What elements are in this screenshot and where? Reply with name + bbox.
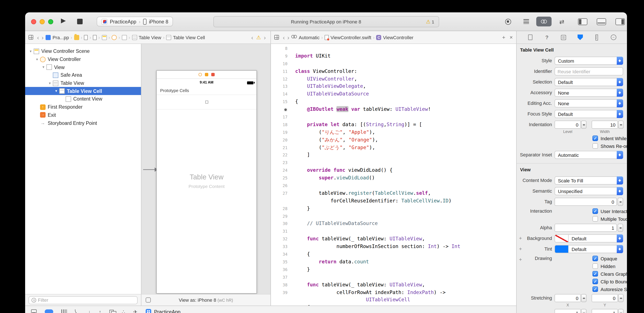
stepper-buttons[interactable] — [581, 294, 586, 302]
stepper-buttons[interactable] — [618, 294, 624, 302]
code-line[interactable]: 40 { — [271, 304, 516, 305]
breadcrumb-item-pra-pp[interactable]: Pra...pp — [46, 35, 69, 40]
device-pill-button[interactable] — [45, 309, 53, 313]
source-editor[interactable]: 89import UIKit1011class ViewController:1… — [270, 44, 516, 305]
file-inspector-tab[interactable] — [526, 33, 535, 42]
code-line[interactable]: UITableViewCell — [271, 296, 516, 304]
breadcrumb-item-table-view-cell[interactable]: Table View Cell — [166, 35, 205, 40]
table-view-cell-canvas[interactable] — [157, 95, 256, 110]
back-button[interactable]: ‹ — [283, 34, 285, 40]
popup-control[interactable]: Automatic — [554, 151, 623, 159]
code-line[interactable]: 22 ] — [271, 151, 516, 159]
color-swatch[interactable] — [555, 245, 568, 253]
stepper-field[interactable]: 0 — [554, 294, 581, 302]
popup-control[interactable]: Default — [554, 78, 623, 86]
popup-control[interactable]: None — [554, 89, 623, 97]
back-button[interactable]: ‹ — [37, 34, 39, 40]
stop-button[interactable] — [77, 19, 83, 24]
stepper-buttons[interactable] — [618, 198, 623, 206]
checkbox-opaque[interactable]: ✓ — [592, 256, 598, 261]
checkbox-shows-re-order-controls[interactable] — [592, 143, 598, 149]
popup-control[interactable]: Default — [554, 110, 623, 118]
popup-control[interactable]: Unspecified — [554, 187, 623, 195]
stepper-field[interactable]: 1 — [554, 309, 581, 313]
popup-control[interactable]: Default — [554, 234, 623, 242]
code-line[interactable]: 27 tableView.register(TableCellView.self… — [271, 190, 516, 197]
connections-button[interactable]: ∴ — [122, 309, 125, 313]
stepper-buttons[interactable] — [618, 309, 624, 313]
code-line[interactable]: 30 // UITableViewDataSource — [271, 220, 516, 228]
code-line[interactable]: 8 — [271, 45, 516, 52]
close-assistant-editor-button[interactable]: × — [510, 34, 513, 41]
warning-badge[interactable]: ⚠ 1 — [426, 19, 434, 24]
stepper-field[interactable]: 0 — [554, 121, 581, 129]
checkbox-indent-while-editing[interactable]: ✓ — [592, 136, 598, 141]
outline-row-view-controller-scene[interactable]: ▼View Controller Scene — [25, 47, 141, 55]
code-line[interactable]: 17 — [271, 113, 516, 121]
library-button[interactable] — [503, 17, 513, 27]
checkbox-clears-graphics-context[interactable]: ✓ — [592, 271, 598, 276]
breadcrumb-item-doc[interactable] — [93, 35, 97, 40]
breadcrumb-item-scene[interactable] — [102, 35, 107, 40]
popup-control[interactable]: Default — [554, 245, 623, 253]
disclosure-triangle-icon[interactable]: ▼ — [28, 50, 34, 53]
identity-inspector-tab[interactable] — [559, 33, 568, 42]
code-line[interactable]: 13 UITableViewDelegate, — [271, 83, 516, 91]
stepper-buttons[interactable] — [618, 121, 624, 129]
close-window-button[interactable] — [31, 19, 36, 24]
toggle-debug-area-button[interactable] — [596, 17, 607, 27]
push-up-button[interactable]: ↑ — [99, 309, 101, 313]
color-swatch[interactable] — [555, 235, 568, 242]
outlet-connection-icon[interactable] — [284, 108, 288, 111]
attributes-inspector-tab[interactable] — [576, 33, 585, 42]
outline-row-exit[interactable]: →Exit — [25, 111, 141, 119]
toggle-navigator-button[interactable] — [577, 17, 588, 27]
code-line[interactable]: 36 } — [271, 266, 516, 273]
filter-input[interactable] — [38, 297, 134, 302]
code-line[interactable]: 29 — [271, 212, 516, 220]
breadcrumb-item-folder[interactable] — [74, 35, 79, 40]
code-line[interactable]: 23 — [271, 159, 516, 167]
code-line[interactable]: forCellReuseIdentifier: TableCellView.ID… — [271, 197, 516, 205]
code-line[interactable]: @IBOutlet weak var tableView: UITableVie… — [271, 106, 516, 113]
code-line[interactable]: 38 func tableView(_ tableView: UITableVi… — [271, 281, 516, 289]
breadcrumb-item-doc[interactable] — [84, 35, 88, 40]
connections-inspector-tab[interactable]: → — [609, 33, 618, 42]
stepper-field[interactable]: 1 — [592, 309, 618, 313]
toggle-inspectors-button[interactable] — [614, 17, 626, 27]
code-line[interactable]: 32 func tableView(_ tableView: UITableVi… — [271, 235, 516, 243]
columns-button[interactable] — [61, 309, 67, 313]
scheme-selector[interactable]: PracticeApp › iPhone 8 — [97, 17, 173, 27]
assistant-editor-button[interactable] — [536, 17, 552, 27]
pull-down-button[interactable]: ↓ — [88, 309, 91, 313]
scene-view-controller-icon[interactable] — [198, 73, 202, 76]
outline-row-first-responder[interactable]: ↑First Responder — [25, 103, 141, 111]
send-button[interactable]: ✈ — [133, 309, 137, 313]
code-line[interactable]: 34 { — [271, 250, 516, 258]
checkbox-hidden[interactable] — [592, 263, 598, 269]
version-editor-button[interactable]: ⇄ — [554, 17, 570, 27]
outline-row-table-view-cell[interactable]: ▼Table View Cell — [25, 87, 141, 95]
code-line[interactable]: 19 ("りんご", "Apple"), — [271, 129, 516, 136]
code-line[interactable]: 35 return data.count — [271, 258, 516, 266]
stepper-field[interactable]: 10 — [592, 121, 618, 129]
code-line[interactable]: 39 cellForRowAt indexPath: IndexPath) -> — [271, 289, 516, 296]
code-line[interactable]: 21 ("ぶどう", "Grape"), — [271, 144, 516, 151]
breadcrumb-item-viewcontroller[interactable]: CViewController — [376, 35, 414, 40]
run-button[interactable]: ▶ — [61, 17, 66, 24]
related-items-icon[interactable] — [274, 35, 279, 40]
code-line[interactable]: 14 UITableViewDataSource — [271, 91, 516, 98]
hierarchy-button[interactable] — [75, 309, 80, 313]
scene-first-responder-icon[interactable] — [205, 73, 208, 76]
code-line[interactable]: 18 private let data: [(String,String)] =… — [271, 121, 516, 129]
code-line[interactable]: 25 super.viewDidLoad() — [271, 174, 516, 182]
code-line[interactable]: 33 numberOfRowsInSection section: Int) -… — [271, 243, 516, 250]
disclosure-triangle-icon[interactable]: ▼ — [53, 89, 59, 93]
stepper-field[interactable]: 0 — [592, 294, 618, 302]
stepper-field[interactable]: 1 — [554, 224, 617, 232]
minimize-window-button[interactable] — [40, 19, 45, 24]
windows-button[interactable] — [110, 309, 114, 313]
view-controller-scene[interactable]: 9:41 AM Prototype Cells Table View Proto… — [156, 70, 257, 294]
outline-row-view-controller[interactable]: ▼View Controller — [25, 55, 141, 63]
checkbox-clip-to-bounds[interactable]: ✓ — [592, 279, 598, 284]
